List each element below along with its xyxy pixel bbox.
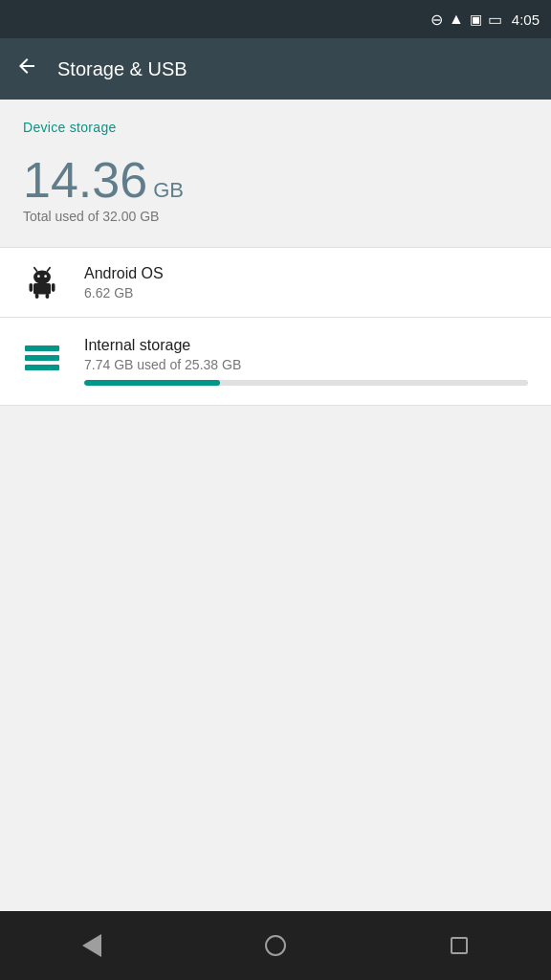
internal-storage-progress-track: [84, 380, 528, 386]
svg-line-4: [47, 268, 50, 272]
svg-point-1: [37, 275, 40, 278]
status-time: 4:05: [512, 11, 540, 28]
do-not-disturb-icon: ⊖: [430, 11, 443, 29]
svg-line-3: [34, 268, 37, 272]
device-storage-section: Device storage: [0, 100, 551, 147]
status-bar: ⊖ ▲ ▣ ▭ 4:05: [0, 0, 551, 38]
svg-rect-10: [25, 345, 59, 351]
internal-storage-item[interactable]: Internal storage 7.74 GB used of 25.38 G…: [0, 318, 551, 405]
section-label: Device storage: [23, 120, 117, 135]
svg-rect-6: [30, 283, 33, 292]
content-area: Device storage 14.36 GB Total used of 32…: [0, 100, 551, 911]
nav-home-button[interactable]: [247, 917, 304, 974]
internal-storage-text: Internal storage 7.74 GB used of 25.38 G…: [84, 337, 528, 386]
nav-back-icon: [82, 934, 101, 957]
internal-storage-title: Internal storage: [84, 337, 528, 354]
storage-used-display: 14.36 GB: [23, 155, 528, 205]
nav-recent-icon: [451, 937, 468, 954]
internal-storage-subtitle: 7.74 GB used of 25.38 GB: [84, 357, 528, 372]
app-bar: Storage & USB: [0, 38, 551, 100]
nav-home-icon: [265, 935, 286, 956]
svg-rect-7: [52, 283, 55, 292]
svg-rect-11: [25, 355, 59, 361]
internal-storage-icon: [23, 341, 61, 379]
storage-summary: 14.36 GB Total used of 32.00 GB: [0, 147, 551, 247]
svg-point-0: [33, 270, 51, 283]
page-title: Storage & USB: [57, 58, 187, 80]
back-button[interactable]: [15, 55, 38, 83]
divider-bottom: [0, 405, 551, 406]
svg-point-2: [44, 275, 47, 278]
nav-back-button[interactable]: [63, 917, 121, 974]
storage-used-unit: GB: [153, 178, 184, 203]
nav-recent-button[interactable]: [430, 917, 488, 974]
svg-rect-12: [25, 365, 59, 370]
status-icons: ⊖ ▲ ▣ ▭ 4:05: [430, 11, 540, 29]
android-os-subtitle: 6.62 GB: [84, 285, 528, 301]
svg-rect-5: [33, 283, 51, 295]
android-os-title: Android OS: [84, 265, 528, 282]
storage-used-number: 14.36: [23, 155, 147, 205]
storage-total-text: Total used of 32.00 GB: [23, 209, 528, 224]
battery-icon: ▭: [488, 11, 502, 29]
internal-storage-progress-fill: [84, 380, 220, 386]
android-os-text: Android OS 6.62 GB: [84, 265, 528, 301]
wifi-icon: ▲: [449, 11, 464, 28]
android-os-item[interactable]: Android OS 6.62 GB: [0, 248, 551, 317]
svg-rect-9: [46, 294, 50, 299]
android-os-icon: [23, 263, 61, 301]
navigation-bar: [0, 911, 551, 980]
svg-rect-8: [35, 294, 39, 299]
signal-icon: ▣: [470, 11, 482, 27]
